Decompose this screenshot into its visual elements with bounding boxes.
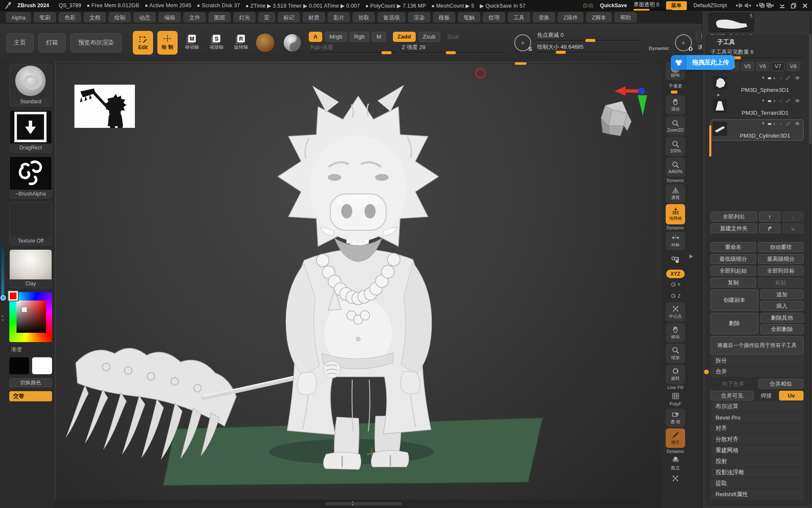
- insert-button[interactable]: 插入: [760, 301, 804, 311]
- menu-item[interactable]: 工具: [508, 12, 530, 23]
- main-color-swatch[interactable]: [9, 357, 29, 374]
- visibility-eye-icon[interactable]: [794, 121, 801, 126]
- polypaint-icon[interactable]: ●●: [767, 121, 770, 126]
- menu-item[interactable]: 宏: [258, 12, 275, 23]
- sculpt-brush-icon[interactable]: [785, 121, 791, 126]
- tutorial-slider-icons[interactable]: [736, 3, 751, 8]
- move-up-button[interactable]: ↑: [759, 212, 780, 221]
- polyframe-button[interactable]: PolyF: [666, 391, 685, 407]
- delete-button[interactable]: 删除: [710, 313, 758, 334]
- merge-similar-button[interactable]: 合并相似: [758, 379, 804, 389]
- section-merge[interactable]: 合并: [710, 367, 804, 377]
- subtool-item[interactable]: ▾ ●● ◐ ◑ PM3D_Sphere3D1: [710, 74, 804, 95]
- copy-button[interactable]: 复制: [710, 278, 756, 287]
- focal-shift-slider[interactable]: 焦点衰减 0: [535, 32, 641, 41]
- ghost-toggle-icon[interactable]: ◑: [779, 75, 782, 80]
- shade-icon[interactable]: ◐: [774, 121, 776, 126]
- subtool-item[interactable]: ^ ▾ ●● ◐ ◑ PM3D_Terrain3D1: [710, 97, 804, 118]
- list-all-button[interactable]: 全部列出: [710, 212, 757, 221]
- alternate-color-button[interactable]: 交替: [9, 391, 52, 401]
- menu-item[interactable]: Alpha: [6, 12, 31, 23]
- delete-all-button[interactable]: 全部删除: [760, 324, 804, 334]
- perspective-button[interactable]: 透视: [666, 184, 685, 203]
- canvas-bottom-scrollbar[interactable]: ▴▾: [55, 500, 661, 508]
- move-view-button[interactable]: 移动: [666, 323, 685, 342]
- local-symmetry-button[interactable]: [666, 251, 685, 268]
- new-folder-button[interactable]: 新建文件夹: [710, 224, 757, 233]
- hscroll-thumb[interactable]: [326, 502, 402, 505]
- polypaint-icon[interactable]: ●●: [767, 98, 770, 103]
- sculpt-brush-icon[interactable]: [785, 75, 791, 80]
- viewport-3d[interactable]: [55, 61, 662, 500]
- section-remesh[interactable]: 重建网格: [710, 445, 804, 456]
- gradient-label[interactable]: 渐变: [9, 346, 52, 353]
- highest-subdiv-button[interactable]: 最高级细分: [758, 254, 804, 264]
- zcut-toggle[interactable]: Zcut: [443, 32, 463, 42]
- section-scatter-align[interactable]: 分散对齐: [710, 434, 804, 444]
- window-dock-icons[interactable]: [757, 3, 774, 8]
- ghost-toggle-icon[interactable]: ◑: [779, 121, 782, 126]
- menu-item[interactable]: Z脚本: [586, 12, 612, 23]
- collapse-icon[interactable]: ▾: [762, 121, 765, 126]
- panel-scrollbar[interactable]: [809, 13, 811, 505]
- dynamics-settings-icon[interactable]: D: [675, 34, 692, 51]
- minimize-icon[interactable]: [779, 3, 785, 8]
- boar-monk-model[interactable]: [66, 85, 439, 469]
- y-symmetry-button[interactable]: Y: [666, 279, 685, 290]
- xyz-symmetry-button[interactable]: XYZ: [666, 270, 685, 278]
- paste-button[interactable]: 粘贴: [758, 278, 804, 287]
- zadd-toggle[interactable]: Zadd: [393, 32, 416, 42]
- tab-v7[interactable]: V7: [771, 62, 785, 71]
- home-button[interactable]: 主页: [6, 33, 34, 52]
- quicksave-button[interactable]: QuickSave: [600, 3, 627, 8]
- append-button[interactable]: 追加: [760, 290, 804, 299]
- menu-item[interactable]: 模板: [433, 12, 455, 23]
- menu-item[interactable]: 色彩: [59, 12, 81, 23]
- tab-v5[interactable]: V5: [741, 62, 754, 71]
- polypaint-icon[interactable]: ●●: [767, 75, 770, 80]
- collapse-icon[interactable]: ▾: [762, 98, 765, 103]
- section-project-relief[interactable]: 投影浅浮雕: [710, 467, 804, 478]
- draw-size-slider[interactable]: 绘制大小 48.64685 Dynamic: [535, 44, 641, 53]
- canvas-zoom-knob[interactable]: [0, 295, 6, 301]
- menu-item[interactable]: 图层: [208, 12, 230, 23]
- draw-button[interactable]: 绘 制: [157, 31, 178, 55]
- shade-icon[interactable]: ◐: [774, 98, 776, 103]
- menu-item[interactable]: 材质: [303, 12, 325, 23]
- duplicate-button[interactable]: 创建副本: [710, 290, 758, 311]
- ui-opacity-slider[interactable]: 界面透明 0: [634, 1, 659, 10]
- weld-toggle[interactable]: 焊接: [756, 391, 777, 400]
- mrgb-toggle[interactable]: Mrgb: [325, 32, 347, 42]
- secondary-color-swatch[interactable]: [32, 357, 52, 374]
- section-align[interactable]: 对齐: [710, 423, 804, 433]
- z-intensity-slider[interactable]: Z 强度 29: [400, 44, 506, 54]
- m-toggle[interactable]: M: [372, 32, 386, 42]
- solo-button[interactable]: 孤立: [666, 455, 685, 471]
- menu-item[interactable]: 灯光: [233, 12, 255, 23]
- menu-item[interactable]: 文件: [184, 12, 206, 23]
- local-pivot-button[interactable]: 中心点: [666, 302, 685, 322]
- symmetry-button[interactable]: 对称: [666, 232, 685, 250]
- section-boolean[interactable]: 布尔运算: [710, 401, 804, 411]
- menu-item[interactable]: 首选项: [378, 12, 405, 23]
- current-material-button[interactable]: Clay: [9, 249, 52, 288]
- current-texture-button[interactable]: Texture Off: [9, 202, 52, 246]
- floor-grid-button[interactable]: 地网格: [666, 204, 685, 224]
- section-split[interactable]: 拆分: [710, 356, 804, 366]
- section-redshift[interactable]: Redshift属性: [710, 489, 804, 500]
- upload-badge[interactable]: 拖拽至此上传: [671, 55, 735, 70]
- move-down-button[interactable]: ↓: [782, 212, 804, 221]
- menu-item[interactable]: 笔刷: [34, 12, 56, 23]
- menu-item[interactable]: 纹理: [483, 12, 505, 23]
- canvas-scroll-chevrons[interactable]: ▴▾: [352, 500, 354, 507]
- apply-last-to-all-button[interactable]: 将最后一个操作应用于所有子工具: [710, 336, 804, 355]
- menu-item[interactable]: 影片: [328, 12, 350, 23]
- scroll-canvas-button[interactable]: 滚动: [666, 95, 685, 115]
- visibility-eye-icon[interactable]: [794, 98, 801, 103]
- transparent-button[interactable]: 透 明: [666, 409, 685, 427]
- auto-reorder-button[interactable]: 自动重排: [758, 242, 804, 252]
- delete-other-button[interactable]: 删除其他: [760, 313, 804, 323]
- color-picker-sv-square[interactable]: [16, 301, 46, 333]
- tab-v8[interactable]: V8: [787, 62, 800, 71]
- menu-button[interactable]: 菜单: [666, 1, 687, 10]
